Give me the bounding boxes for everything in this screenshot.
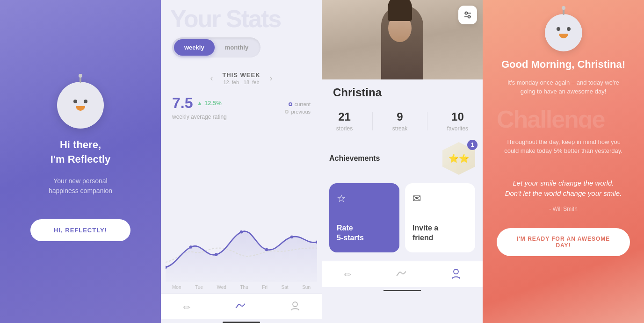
streak-num: 9 (397, 110, 403, 123)
svg-point-12 (454, 269, 458, 274)
edit-nav-icon-s3[interactable]: ✏ (335, 268, 361, 282)
screen-welcome: Hi there, I'm Reflectly Your new persona… (0, 0, 161, 323)
day-tue: Tue (195, 285, 203, 290)
week-info: THIS WEEK 12. feb - 18. feb (222, 72, 260, 85)
favorites-num: 10 (451, 110, 464, 123)
screen-profile: Christina 21 stories 9 streak 10 favorit… (322, 0, 483, 323)
invite-label: Invite afriend (412, 223, 468, 243)
next-week-arrow[interactable]: › (270, 73, 273, 83)
mascot-eye-right (84, 100, 87, 103)
sliders-icon (463, 11, 472, 19)
streak-label: streak (392, 125, 408, 132)
mascot-face (73, 100, 87, 111)
profile-nav-icon-s3[interactable] (442, 267, 470, 283)
chart-nav-icon-s3[interactable] (387, 268, 416, 282)
prev-week-arrow[interactable]: ‹ (210, 73, 213, 83)
profile-nav-icon[interactable] (282, 300, 309, 315)
day-labels: Mon Tue Wed Thu Fri Sat Sun (166, 282, 317, 290)
weekly-toggle[interactable]: weekly (174, 39, 215, 56)
bottom-nav-screen2: ✏ (161, 294, 322, 319)
settings-button[interactable] (458, 6, 477, 24)
stories-label: stories (336, 125, 353, 132)
stories-num: 21 (338, 110, 351, 123)
morning-subtitle: It's monday once again – and today we're… (507, 78, 619, 96)
home-indicator-screen3 (384, 290, 421, 291)
mascot-mouth (76, 106, 85, 111)
achievement-badge: ⭐⭐ 1 (442, 142, 475, 175)
invite-card[interactable]: ✉ Invite afriend (405, 183, 475, 252)
profile-stats-row: 21 stories 9 streak 10 favorites (322, 104, 483, 138)
svg-point-3 (240, 230, 243, 233)
watermark-area: Challenge (497, 105, 630, 129)
svg-point-4 (265, 248, 268, 251)
mascot-eye-left (73, 100, 77, 103)
mascot-eyes (73, 100, 87, 103)
chart-nav-icon[interactable] (226, 301, 255, 314)
day-thu: Thu (240, 285, 248, 290)
favorites-label: favorites (447, 125, 468, 132)
svg-point-2 (215, 253, 217, 256)
chart-legend: current previous (161, 101, 322, 115)
morning-mascot-face (557, 27, 571, 38)
streak-stat: 9 streak (392, 110, 408, 132)
day-sat: Sat (282, 285, 289, 290)
bottom-nav-screen3: ✏ (322, 261, 483, 287)
stat-divider-2 (427, 112, 427, 130)
stats-chart (166, 212, 317, 282)
quote-text: Let your smile change the world.Don't le… (505, 178, 622, 199)
morning-eye-right (567, 27, 571, 31)
morning-greeting: Good Morning, Christina! (501, 58, 625, 72)
challenge-text: Throughout the day, keep in mind how you… (504, 137, 622, 156)
day-wed: Wed (217, 285, 226, 290)
current-dot (289, 102, 292, 106)
week-navigation: ‹ THIS WEEK 12. feb - 18. feb › (161, 72, 322, 85)
morning-mascot (545, 14, 582, 51)
screen-stats: Your Stats weekly monthly ‹ THIS WEEK 12… (161, 0, 322, 323)
achievements-title: Achievements (329, 154, 380, 163)
svg-point-11 (468, 16, 470, 18)
person-hair (388, 0, 412, 21)
svg-point-9 (465, 12, 468, 14)
morning-mascot-eyes (557, 27, 571, 31)
stories-stat: 21 stories (336, 110, 353, 132)
morning-mascot-mouth (559, 34, 568, 38)
svg-point-7 (293, 302, 297, 307)
mascot-avatar (57, 82, 104, 129)
awesome-day-button[interactable]: I'M READY FOR AN AWESOME DAY! (497, 228, 630, 256)
stats-bg-text: Your Stats (170, 5, 281, 33)
hi-reflectly-button[interactable]: HI, REFLECTLY! (30, 219, 130, 241)
achievements-section: Achievements ⭐⭐ 1 (322, 138, 483, 179)
badge-stars: ⭐⭐ (449, 153, 469, 164)
svg-point-1 (189, 245, 192, 248)
welcome-subtitle: Your new personalhappiness companion (49, 176, 112, 196)
monthly-toggle[interactable]: monthly (215, 39, 259, 56)
action-cards-row: ☆ Rate5-starts ✉ Invite afriend (322, 179, 483, 257)
morning-eye-left (557, 27, 560, 31)
previous-dot (285, 110, 289, 114)
previous-label: previous (291, 109, 311, 115)
week-dates: 12. feb - 18. feb (222, 79, 260, 85)
rate-label: Rate5-starts (337, 223, 392, 243)
week-title: THIS WEEK (222, 72, 260, 79)
stats-header: Your Stats weekly monthly (161, 0, 322, 62)
welcome-title: Hi there, I'm Reflectly (51, 138, 111, 167)
stats-toggle: weekly monthly (172, 37, 260, 57)
quote-author: - Will Smith (549, 206, 578, 212)
badge-count: 1 (467, 140, 478, 150)
mail-icon: ✉ (412, 193, 468, 205)
current-label: current (295, 101, 311, 107)
day-mon: Mon (172, 285, 181, 290)
screen-morning: Good Morning, Christina! It's monday onc… (483, 0, 644, 323)
chart-area: Mon Tue Wed Thu Fri Sat Sun (161, 115, 322, 290)
rate-card[interactable]: ☆ Rate5-starts (329, 183, 399, 252)
favorites-stat: 10 favorites (447, 110, 468, 132)
profile-name: Christina (333, 86, 471, 99)
profile-name-section: Christina (322, 79, 483, 104)
edit-nav-icon[interactable]: ✏ (174, 301, 200, 315)
profile-header (322, 0, 483, 79)
day-fri: Fri (262, 285, 268, 290)
mascot-antenna (80, 76, 81, 83)
star-icon: ☆ (337, 193, 392, 205)
stat-divider-1 (372, 112, 373, 130)
svg-point-5 (290, 236, 293, 238)
